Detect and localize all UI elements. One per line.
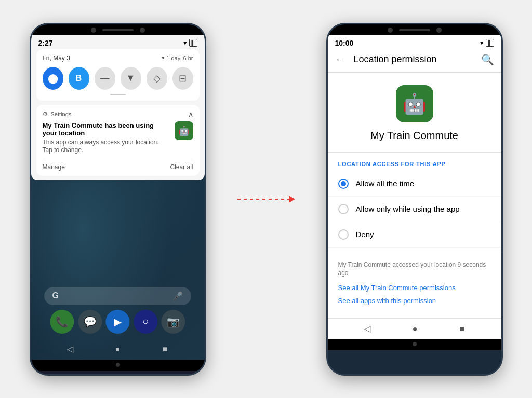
status-icons-left: ▾ ▌ [183, 39, 197, 47]
notif-title: My Train Commute has been using your loc… [43, 121, 169, 137]
app-section: 🤖 My Train Commute [328, 73, 501, 153]
battery-saver-icon: ⊟ [179, 73, 187, 84]
nav-recents-icon[interactable]: ■ [160, 344, 170, 354]
phone-right-top-bar [328, 24, 501, 35]
nav-recents-right[interactable]: ■ [459, 324, 464, 334]
phone-right: 10:00 ▾ ▌ ← Location permission 🔍 🤖 [326, 23, 503, 376]
wifi-icon-right: ▾ [480, 39, 484, 47]
notif-text-area: My Train Commute has been using your loc… [43, 121, 169, 155]
arrow-connector [237, 196, 295, 203]
app-dock: 📞 💬 ▶ ○ 📷 [48, 310, 187, 334]
phone-nav-right: ◁ ● ■ [328, 318, 501, 339]
bottom-dot-right [413, 342, 417, 346]
flashlight-tile-icon: ▼ [126, 73, 136, 84]
footer-note: My Train Commute accessed your location … [338, 260, 491, 278]
phone-right-bottom-bar [328, 339, 501, 350]
notif-app-label: Settings [51, 111, 72, 117]
qs-tile-flashlight[interactable]: ▼ [121, 67, 141, 90]
nav-home-icon[interactable]: ● [112, 344, 123, 354]
notif-actions: Manage Clear all [43, 159, 193, 171]
permission-footer: My Train Commute accessed your location … [328, 252, 501, 319]
option-while-using-label: Allow only while using the app [356, 204, 460, 213]
scene: 2:27 ▾ ▌ Fri, May 3 ▾ 1 day, 6 hr [0, 0, 532, 398]
dnd-tile-icon: — [100, 73, 110, 84]
nav-back-icon[interactable]: ◁ [65, 344, 75, 354]
qs-handle [110, 94, 126, 95]
status-bar-right: 10:00 ▾ ▌ [328, 35, 501, 49]
app-icon-large: 🤖 [396, 85, 433, 122]
sensor-dot [140, 28, 145, 33]
wifi-tile-icon: ⬤ [48, 73, 58, 84]
notif-collapse-btn[interactable]: ∧ [188, 110, 193, 118]
qs-battery-info: ▾ 1 day, 6 hr [162, 54, 193, 61]
phone-nav-left: ◁ ● ■ [31, 339, 205, 360]
qs-tile-battery-saver[interactable]: ⊟ [172, 67, 193, 90]
speaker-bar [102, 29, 134, 31]
permission-section-label: LOCATION ACCESS FOR THIS APP [328, 153, 501, 171]
toolbar-left: ← Location permission [335, 53, 437, 65]
radio-deny[interactable] [338, 229, 349, 240]
qs-date-row: Fri, May 3 ▾ 1 day, 6 hr [43, 54, 193, 62]
status-time-right: 10:00 [335, 39, 354, 47]
dock-camera-icon[interactable]: 📷 [161, 310, 185, 334]
radio-inner-selected [341, 181, 346, 186]
speaker-bar-right [399, 29, 430, 31]
radio-while-using[interactable] [338, 204, 349, 214]
bluetooth-tile-icon: B [76, 74, 82, 83]
qs-tile-rotation[interactable]: ◇ [147, 67, 167, 90]
manage-button[interactable]: Manage [43, 163, 65, 171]
nav-back-right[interactable]: ◁ [364, 324, 370, 334]
qs-tiles: ⬤ B — ▼ ◇ [43, 67, 193, 90]
status-icons-right: ▾ ▌ [480, 39, 494, 47]
toolbar-search-icon[interactable]: 🔍 [481, 53, 494, 66]
permission-toolbar: ← Location permission 🔍 [328, 49, 501, 73]
camera-dot-right [388, 28, 393, 33]
dotted-line [237, 199, 289, 200]
qs-date: Fri, May 3 [43, 54, 70, 62]
dock-play-icon[interactable]: ▶ [106, 310, 130, 334]
dock-messages-icon[interactable]: 💬 [78, 310, 102, 334]
permission-section: LOCATION ACCESS FOR THIS APP Allow all t… [328, 153, 501, 319]
qs-tile-dnd[interactable]: — [95, 67, 115, 90]
camera-area-right [388, 28, 442, 33]
qs-tile-wifi[interactable]: ⬤ [43, 67, 63, 90]
back-button[interactable]: ← [335, 53, 345, 65]
option-allow-always[interactable]: Allow all the time [328, 171, 501, 197]
notif-app-info: ⚙ Settings [43, 111, 72, 117]
notif-settings-icon: ⚙ [43, 111, 48, 117]
bottom-dot-left [116, 363, 120, 367]
battery-small-icon: ▾ [162, 54, 165, 61]
camera-dot [91, 28, 96, 33]
notif-app-icon: 🤖 [175, 121, 193, 140]
app-robot-icon: 🤖 [402, 92, 427, 115]
notif-robot-icon: 🤖 [178, 125, 190, 136]
option-allow-always-label: Allow all the time [356, 179, 415, 188]
notif-body: This app can always access your location… [43, 139, 169, 155]
app-name: My Train Commute [370, 130, 458, 142]
phone-left-bottom-bar [31, 360, 205, 371]
rotation-tile-icon: ◇ [153, 73, 161, 84]
dock-circle-icon[interactable]: ○ [134, 310, 157, 334]
phone-left-top-bar [31, 24, 205, 35]
option-while-using[interactable]: Allow only while using the app [328, 197, 501, 222]
notification-panel: 2:27 ▾ ▌ Fri, May 3 ▾ 1 day, 6 hr [31, 35, 205, 180]
permission-screen: 10:00 ▾ ▌ ← Location permission 🔍 🤖 [328, 35, 501, 339]
notification-card[interactable]: ⚙ Settings ∧ My Train Commute has been u… [36, 105, 200, 176]
camera-area [91, 28, 145, 33]
radio-allow-always[interactable] [338, 179, 349, 189]
battery-icon-right: ▌ [486, 39, 494, 47]
clear-all-button[interactable]: Clear all [170, 163, 193, 171]
notif-content: My Train Commute has been using your loc… [43, 121, 193, 155]
battery-icon: ▌ [189, 39, 197, 47]
nav-home-right[interactable]: ● [413, 324, 418, 334]
option-deny[interactable]: Deny [328, 222, 501, 248]
all-apps-link[interactable]: See all apps with this permission [338, 297, 491, 305]
qs-tile-bluetooth[interactable]: B [69, 67, 89, 90]
search-bar[interactable]: G 🎤 [44, 287, 192, 305]
toolbar-title: Location permission [354, 54, 437, 65]
all-permissions-link[interactable]: See all My Train Commute permissions [338, 284, 491, 292]
dock-phone-icon[interactable]: 📞 [50, 310, 74, 334]
notif-header: ⚙ Settings ∧ [43, 110, 193, 118]
quick-settings: Fri, May 3 ▾ 1 day, 6 hr ⬤ B [36, 49, 200, 101]
mic-icon: 🎤 [172, 291, 183, 301]
